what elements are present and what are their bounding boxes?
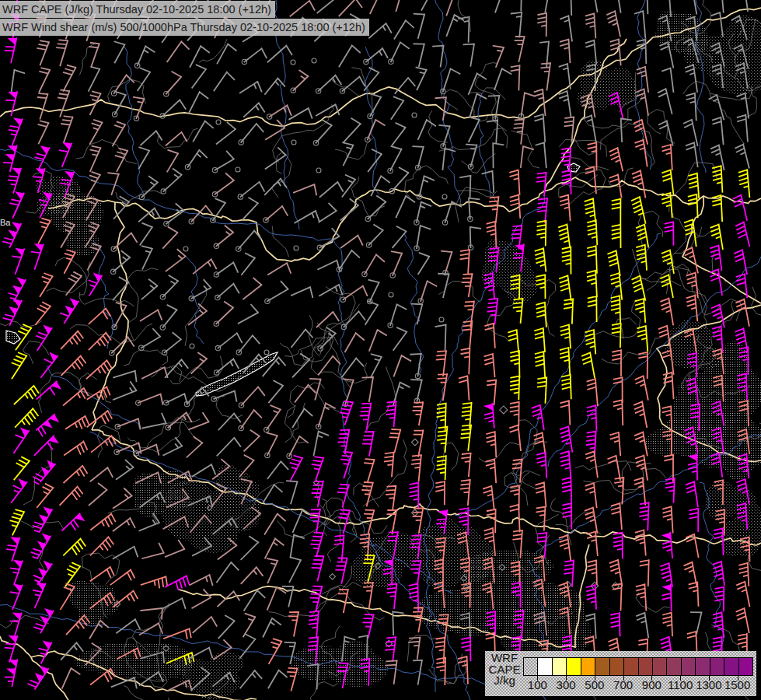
legend-tick-label: 1300	[696, 679, 721, 691]
legend-swatch	[710, 658, 724, 675]
legend-colorbar	[523, 657, 753, 676]
legend-tick-label: 300	[557, 679, 576, 691]
legend-unit-labels: WRF CAPE J/kg	[487, 653, 522, 687]
legend-swatch	[724, 658, 738, 675]
legend-label-jkg: J/kg	[487, 675, 522, 687]
legend-tick-label: 700	[613, 679, 633, 691]
legend-swatch	[681, 658, 695, 675]
legend-swatch	[595, 658, 609, 675]
legend-tick-label: 500	[585, 679, 604, 691]
map-station-label: Ba	[0, 219, 10, 227]
legend-swatch	[666, 658, 680, 675]
legend-swatch	[537, 658, 551, 675]
weather-map	[0, 0, 761, 700]
legend-swatch	[738, 658, 752, 675]
legend-tick-label: 1500	[724, 679, 750, 691]
legend-tick-label: 1100	[668, 679, 693, 691]
legend-swatch	[638, 658, 652, 675]
legend-tick-label: 900	[642, 679, 662, 691]
legend-tick-label: 100	[528, 679, 547, 691]
weather-map-screenshot: WRF CAPE (J/kg) Thursday 02-10-2025 18:0…	[0, 0, 761, 700]
legend-swatch	[652, 658, 666, 675]
legend-swatch	[623, 658, 637, 675]
cape-legend: WRF CAPE J/kg 10030050070090011001300150…	[485, 651, 756, 696]
map-title-cape: WRF CAPE (J/kg) Thursday 02-10-2025 18:0…	[0, 1, 275, 18]
legend-swatch	[524, 658, 537, 675]
legend-swatch	[552, 658, 566, 675]
legend-swatch	[695, 658, 709, 675]
legend-swatch	[581, 658, 595, 675]
map-title-windshear: WRF Wind shear (m/s) 500/1000hPa Thursda…	[0, 19, 369, 36]
legend-swatch	[609, 658, 623, 675]
legend-swatch	[566, 658, 580, 675]
